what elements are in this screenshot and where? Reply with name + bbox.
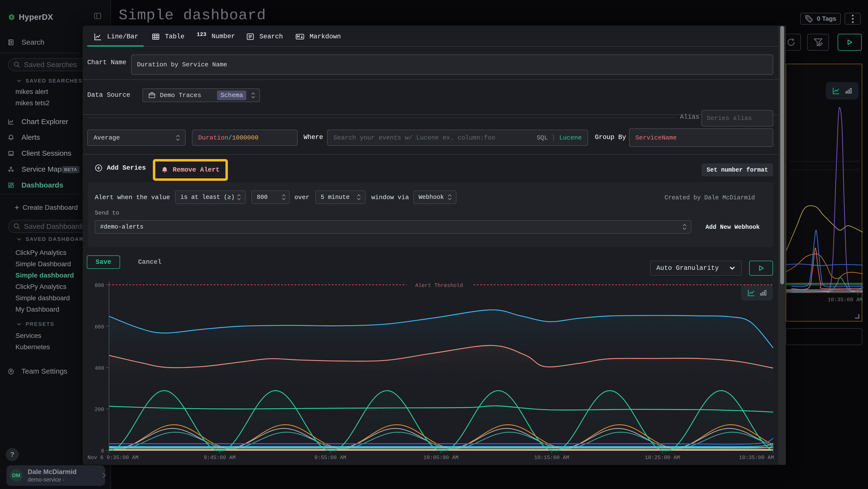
svg-text:10:35:00 AM: 10:35:00 AM <box>739 455 774 461</box>
svg-text:10:05:00 AM: 10:05:00 AM <box>424 455 458 461</box>
svg-text:9:55:00 AM: 9:55:00 AM <box>314 455 346 461</box>
svg-text:10:15:00 AM: 10:15:00 AM <box>534 455 569 461</box>
svg-text:10:25:00 AM: 10:25:00 AM <box>645 455 680 461</box>
svg-text:Alert Threshold: Alert Threshold <box>415 283 463 289</box>
svg-text:10:35:00 AM: 10:35:00 AM <box>828 297 863 303</box>
svg-text:800: 800 <box>94 283 104 289</box>
svg-text:Nov 6 9:35:00 AM: Nov 6 9:35:00 AM <box>88 455 138 461</box>
svg-text:0: 0 <box>101 448 104 454</box>
svg-text:200: 200 <box>94 407 104 413</box>
svg-text:400: 400 <box>94 366 104 371</box>
svg-text:600: 600 <box>94 324 104 330</box>
svg-text:9:45:00 AM: 9:45:00 AM <box>204 455 236 461</box>
